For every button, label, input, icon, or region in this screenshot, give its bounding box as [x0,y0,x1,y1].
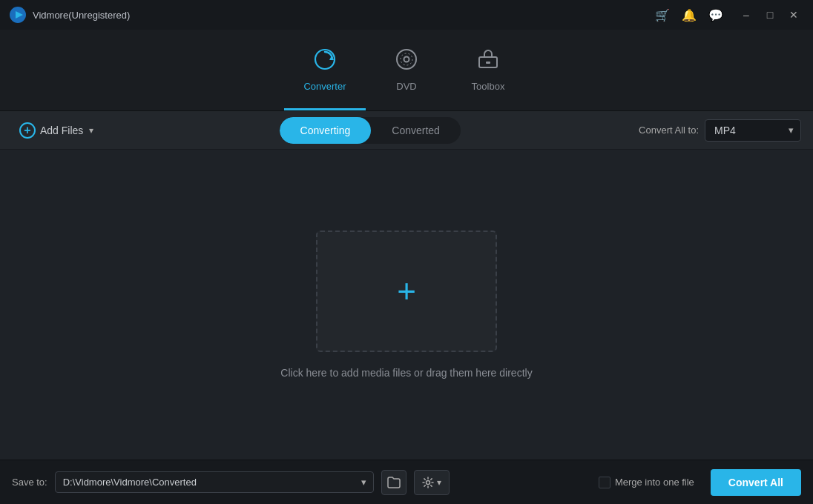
add-files-plus-icon: + [19,122,36,139]
tab-converting[interactable]: Converting [280,117,372,144]
merge-checkbox[interactable] [599,477,610,488]
save-to-label: Save to: [12,477,47,488]
app-title: Vidmore(Unregistered) [33,10,654,21]
nav-tab-dvd[interactable]: DVD [366,36,447,110]
save-path-wrapper: ▾ [55,471,374,493]
nav-bar: Converter DVD Toolbox [0,30,813,111]
convert-all-to-label: Convert All to: [639,125,699,136]
svg-point-9 [426,480,429,484]
nav-tab-dvd-label: DVD [396,81,416,92]
chat-icon[interactable]: 💬 [708,7,724,23]
cart-icon[interactable]: 🛒 [654,7,671,23]
svg-rect-8 [486,62,490,64]
svg-point-6 [401,53,412,65]
tab-switch-inner: Converting Converted [280,117,461,144]
add-files-button[interactable]: + Add Files ▾ [12,118,101,143]
convert-all-button[interactable]: Convert All [711,469,801,496]
nav-tab-converter[interactable]: Converter [284,36,366,110]
drop-zone[interactable]: + [316,231,497,352]
tab-converted[interactable]: Converted [371,117,461,144]
nav-tab-converter-label: Converter [303,81,346,92]
save-path-input[interactable] [55,471,374,493]
toolbox-icon [476,47,500,76]
folder-button[interactable] [381,470,406,495]
add-files-dropdown-arrow: ▾ [89,125,93,136]
format-select-wrapper: MP4 MKV AVI MOV WMV FLV MP3 AAC [705,119,801,142]
svg-marker-3 [329,56,334,60]
title-bar: Vidmore(Unregistered) 🛒 🔔 💬 – □ ✕ [0,0,813,30]
title-bar-icons: 🛒 🔔 💬 [654,7,724,23]
app-logo [9,6,27,24]
nav-tab-toolbox[interactable]: Toolbox [447,36,529,110]
nav-tab-toolbox-label: Toolbox [472,81,505,92]
drop-zone-plus-icon: + [397,275,416,308]
svg-point-4 [397,50,416,69]
format-select[interactable]: MP4 MKV AVI MOV WMV FLV MP3 AAC [705,119,801,142]
toolbar: + Add Files ▾ Converting Converted Conve… [0,111,813,150]
window-controls: – □ ✕ [736,4,804,25]
bell-icon[interactable]: 🔔 [681,7,697,23]
svg-point-5 [404,56,409,62]
main-content: + Click here to add media files or drag … [0,150,813,460]
converter-icon [313,47,337,76]
dvd-icon [395,47,418,76]
settings-arrow: ▾ [437,477,441,488]
merge-checkbox-area: Merge into one file [599,477,694,488]
merge-label: Merge into one file [615,477,694,488]
tab-switch: Converting Converted [101,117,639,144]
close-button[interactable]: ✕ [783,4,804,25]
minimize-button[interactable]: – [736,4,757,25]
convert-all-to: Convert All to: MP4 MKV AVI MOV WMV FLV … [639,119,801,142]
restore-button[interactable]: □ [760,4,780,25]
drop-hint: Click here to add media files or drag th… [280,367,532,379]
add-files-label: Add Files [40,125,83,136]
bottom-bar: Save to: ▾ ▾ Merge into one file Convert… [0,460,813,504]
settings-button[interactable]: ▾ [414,470,450,495]
